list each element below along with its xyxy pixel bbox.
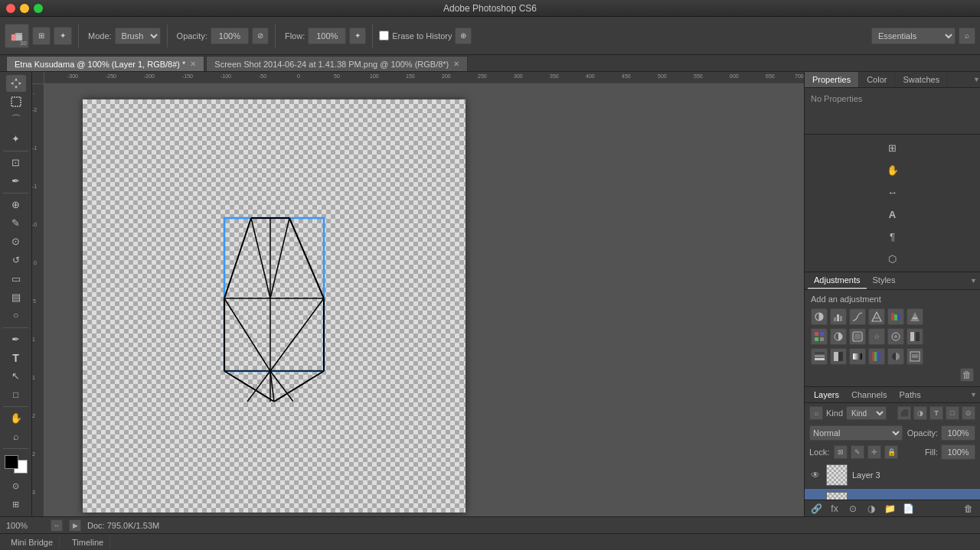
black-white-btn[interactable] xyxy=(830,328,847,345)
new-layer-btn[interactable]: 📄 xyxy=(901,502,915,516)
color-balance-btn[interactable] xyxy=(811,328,828,345)
new-group-btn[interactable]: 📁 xyxy=(883,502,897,516)
styles-tab[interactable]: Styles xyxy=(867,272,902,289)
hdr-toning-btn[interactable] xyxy=(906,348,923,365)
mode-select[interactable]: Brush Pencil Block xyxy=(115,28,161,44)
crop-tool[interactable]: ⊡ xyxy=(6,154,26,171)
canvas-scroll[interactable] xyxy=(44,84,804,516)
zoom-fit-btn[interactable]: ↔ xyxy=(51,519,63,532)
adj-panel-options[interactable]: ▼ xyxy=(970,277,977,285)
panel-tool-1[interactable]: ⊞ xyxy=(883,138,903,158)
add-mask-btn[interactable]: ⊙ xyxy=(846,502,860,516)
erase-to-history-checkbox[interactable] xyxy=(379,31,389,41)
fill-value[interactable]: 100% xyxy=(941,444,975,460)
invert-btn[interactable] xyxy=(906,328,923,345)
eyedropper-tool[interactable]: ✒ xyxy=(6,173,26,190)
layers-tab[interactable]: Layers xyxy=(808,387,845,402)
layers-options-btn[interactable]: ▼ xyxy=(970,391,977,399)
zoom-actual-btn[interactable]: ▶ xyxy=(69,519,81,532)
brightness-contrast-btn[interactable] xyxy=(811,308,828,325)
maximize-button[interactable] xyxy=(34,4,43,13)
airbrush-button[interactable]: ✦ xyxy=(349,28,366,44)
eraser-tool[interactable]: ▭ xyxy=(6,270,26,287)
brush-tool[interactable]: ✎ xyxy=(6,215,26,232)
tab-1[interactable]: Etna Kusudama @ 100% (Layer 1, RGB/8#) *… xyxy=(6,56,204,71)
dodge-tool[interactable]: ○ xyxy=(6,307,26,324)
panel-tool-3[interactable]: ↔ xyxy=(883,182,903,202)
gradient-map-btn[interactable] xyxy=(849,348,866,365)
clone-stamp-tool[interactable]: ⊙ xyxy=(6,233,26,250)
flow-input[interactable]: 100% xyxy=(308,28,346,44)
minimize-button[interactable] xyxy=(20,4,29,13)
channels-tab[interactable]: Channels xyxy=(845,387,893,402)
tab-2[interactable]: Screen Shot 2014-06-24 at 1.41.38 PM.png… xyxy=(206,56,468,71)
marquee-tool[interactable] xyxy=(6,93,26,110)
filter-smart-btn[interactable]: ⊙ xyxy=(962,406,975,420)
levels-btn[interactable] xyxy=(830,308,847,325)
panel-tool-4[interactable]: A xyxy=(883,204,903,224)
opacity-value[interactable]: 100% xyxy=(941,425,975,441)
lasso-tool[interactable]: ⌒ xyxy=(6,112,26,129)
curves-btn[interactable] xyxy=(849,308,866,325)
delete-layer-btn[interactable]: 🗑 xyxy=(962,502,975,516)
history-brush-button[interactable]: ⊕ xyxy=(455,28,472,44)
lock-transparent-btn[interactable]: ⊠ xyxy=(834,445,848,459)
mini-bridge-tab[interactable]: Mini Bridge xyxy=(5,536,60,548)
color-lookup-btn[interactable] xyxy=(887,328,904,345)
shadows-highlights-btn[interactable] xyxy=(887,348,904,365)
filter-adjust-btn[interactable]: ◑ xyxy=(913,406,927,420)
tool-preset-button[interactable]: ⊞ xyxy=(32,27,51,45)
workspace-select[interactable]: Essentials Design Painting xyxy=(871,28,956,44)
pen-tool[interactable]: ✒ xyxy=(6,330,26,347)
kind-select[interactable]: Kind Name Effect Mode xyxy=(846,406,887,420)
threshold-btn[interactable] xyxy=(830,348,847,365)
magic-wand-tool[interactable]: ✦ xyxy=(6,130,26,147)
properties-tab[interactable]: Properties xyxy=(805,72,859,87)
panel-tool-2[interactable]: ✋ xyxy=(883,160,903,180)
opacity-input[interactable]: 100% xyxy=(211,28,249,44)
foreground-color-box[interactable] xyxy=(5,455,18,469)
healing-tool[interactable]: ⊕ xyxy=(6,197,26,213)
filter-pixel-btn[interactable]: ⬛ xyxy=(897,406,911,420)
panel-tool-5[interactable]: ¶ xyxy=(883,226,903,246)
channel-mixer-btn[interactable]: ☆ xyxy=(868,328,885,345)
new-fill-btn[interactable]: ◑ xyxy=(864,502,878,516)
timeline-tab[interactable]: Timeline xyxy=(66,536,110,548)
screen-mode-button[interactable]: ⊞ xyxy=(6,496,26,513)
hue-saturation-btn[interactable] xyxy=(906,308,923,325)
gradient-tool[interactable]: ▤ xyxy=(6,288,26,305)
link-layers-btn[interactable]: 🔗 xyxy=(809,502,823,516)
move-tool[interactable] xyxy=(6,75,26,92)
layer-item-3[interactable]: 👁 Layer 3 xyxy=(805,461,980,489)
color-tab[interactable]: Color xyxy=(859,72,895,87)
lock-all-btn[interactable]: 🔒 xyxy=(884,445,898,459)
pressure-button[interactable]: ⊘ xyxy=(252,28,269,44)
paths-tab[interactable]: Paths xyxy=(893,387,927,402)
vibrance-btn[interactable] xyxy=(887,308,904,325)
hand-tool[interactable]: ✋ xyxy=(6,410,26,427)
lock-image-btn[interactable]: ✎ xyxy=(851,445,864,459)
panel-tool-6[interactable]: ⬡ xyxy=(883,249,903,268)
shape-tool[interactable]: □ xyxy=(6,386,26,403)
eraser-tool-button[interactable]: 30 xyxy=(5,24,29,48)
tab-2-close[interactable]: ✕ xyxy=(453,60,459,68)
props-panel-arrow[interactable]: ▼ xyxy=(973,76,980,83)
close-button[interactable] xyxy=(6,4,15,13)
delete-adjustment-btn[interactable]: 🗑 xyxy=(960,368,974,382)
swatches-tab[interactable]: Swatches xyxy=(895,72,948,87)
photo-filter-btn[interactable] xyxy=(849,328,866,345)
filter-shape-btn[interactable]: □ xyxy=(946,406,959,420)
layers-filter-icon[interactable]: ⌕ xyxy=(809,406,823,420)
adjustments-tab[interactable]: Adjustments xyxy=(808,272,867,289)
posterize-btn[interactable] xyxy=(811,348,828,365)
add-style-btn[interactable]: fx xyxy=(828,502,841,516)
lock-position-btn[interactable]: ✛ xyxy=(867,445,881,459)
selective-color-btn[interactable] xyxy=(868,348,885,365)
workspace-search-button[interactable]: ⌕ xyxy=(959,28,975,44)
type-tool[interactable]: T xyxy=(6,350,26,366)
quick-mask-button[interactable]: ⊙ xyxy=(6,478,26,495)
history-brush-tool[interactable]: ↺ xyxy=(6,252,26,268)
blend-mode-select[interactable]: Normal Multiply Screen Overlay xyxy=(809,425,903,441)
exposure-btn[interactable] xyxy=(868,308,885,325)
color-boxes[interactable] xyxy=(5,455,28,474)
